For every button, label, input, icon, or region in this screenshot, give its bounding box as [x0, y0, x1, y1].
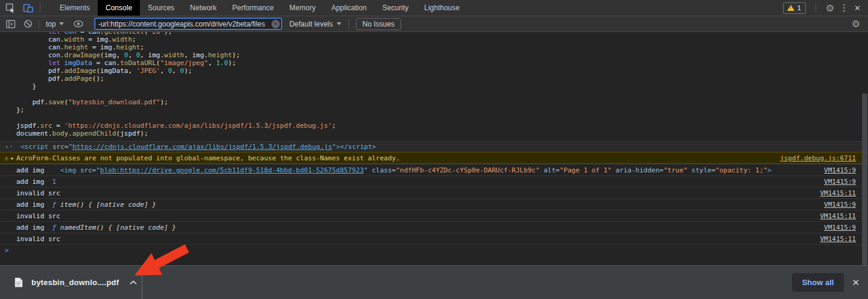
console-source-link[interactable]: jspdf.debug.js:6711	[780, 154, 856, 162]
console-settings-icon[interactable]: ⚙	[852, 18, 860, 30]
console-message: AcroForm-Classes are not populated into …	[16, 154, 773, 162]
log-levels-label: Default levels	[290, 20, 333, 28]
warning-count: 1	[797, 4, 801, 11]
tab-lighthouse[interactable]: Lighthouse	[416, 0, 467, 16]
toolbar-right-controls: 1 ⚙ ⋮ ✕	[783, 2, 868, 14]
code-line: pdf.addImage(imgData, 'JPEG', 0, 0);	[16, 67, 868, 75]
console-log-row: add img ƒ namedItem() { [native code] }V…	[0, 221, 868, 233]
code-line: pdf.save("bytesbin_download.pdf");	[16, 98, 868, 106]
live-expression-eye-icon[interactable]	[73, 20, 84, 28]
warning-icon: ⚠	[4, 154, 8, 162]
console-message: invalid src	[16, 189, 813, 197]
console-prompt-row[interactable]: >	[0, 244, 868, 256]
console-message: add img ƒ item() { [native code] }	[16, 201, 817, 209]
panel-tabs: ElementsConsoleSourcesNetworkPerformance…	[52, 0, 467, 16]
code-line: let imgData = can.toDataURL("image/jpeg"…	[16, 59, 868, 67]
console-source-link[interactable]: VM1415:9	[824, 166, 856, 174]
clear-filter-icon[interactable]: ×	[271, 20, 280, 28]
toolbar-divider	[349, 19, 349, 29]
close-shelf-icon[interactable]: ✕	[852, 277, 860, 288]
console-log-row: add img ƒ item() { [native code] }VM1415…	[0, 198, 868, 210]
console-message: invalid src	[16, 212, 813, 220]
settings-icon[interactable]: ⚙	[826, 2, 834, 14]
tab-sources[interactable]: Sources	[140, 0, 182, 16]
more-menu-icon[interactable]: ⋮	[840, 2, 849, 13]
console-warning-row: ⚠▶AcroForm-Classes are not populated int…	[0, 152, 868, 164]
downloaded-filename: bytesbin_downlo....pdf	[31, 278, 119, 287]
code-line: };	[16, 106, 868, 114]
console-message: add img ƒ namedItem() { [native code] }	[16, 224, 817, 231]
returned-element-preview[interactable]: <script src="https://cdnjs.cloudflare.co…	[21, 143, 376, 151]
code-line: jspdf.src = 'https://cdnjs.cloudflare.co…	[16, 122, 868, 130]
tab-elements[interactable]: Elements	[52, 0, 98, 16]
console-source-link[interactable]: VM1415:11	[820, 235, 856, 243]
inspect-element-icon[interactable]	[5, 3, 16, 13]
console-source-link[interactable]: VM1415:11	[820, 189, 856, 197]
show-all-downloads-button[interactable]: Show all	[792, 273, 844, 292]
console-toolbar: top × Default levels No Issues ⚙	[0, 16, 868, 32]
chevron-down-icon	[337, 22, 341, 25]
code-line: can.width = img.width;	[16, 36, 868, 43]
device-toolbar-icon[interactable]	[23, 3, 34, 13]
devtools-main-toolbar: ElementsConsoleSourcesNetworkPerformance…	[0, 0, 868, 16]
console-message: add img 1	[16, 178, 817, 186]
console-log-row: invalid srcVM1415:11	[0, 210, 868, 221]
evaluated-code-block: let con = can.getContext('2d'); can.widt…	[0, 32, 868, 137]
clear-console-icon[interactable]	[24, 19, 33, 28]
console-log-row: invalid srcVM1415:11	[0, 187, 868, 198]
toolbar-divider	[40, 3, 40, 13]
downloaded-file-item[interactable]: bytesbin_downlo....pdf	[0, 266, 142, 299]
chevron-down-icon	[59, 22, 64, 25]
console-filter-box: ×	[95, 18, 282, 30]
issues-warning-badge[interactable]: 1	[783, 2, 806, 14]
toolbar-divider	[816, 3, 816, 13]
download-shelf: bytesbin_downlo....pdf Show all ✕	[0, 265, 868, 299]
tab-application[interactable]: Application	[323, 0, 375, 16]
tab-network[interactable]: Network	[182, 0, 224, 16]
console-result-row: ‹· <script src="https://cdnjs.cloudflare…	[0, 141, 868, 152]
tab-security[interactable]: Security	[375, 0, 416, 16]
download-options-chevron-icon[interactable]	[128, 280, 138, 285]
console-source-link[interactable]: VM1415:11	[820, 212, 856, 220]
tab-console[interactable]: Console	[98, 0, 140, 16]
console-source-link[interactable]: VM1415:9	[824, 224, 856, 231]
console-sidebar-icon[interactable]	[6, 20, 16, 28]
context-label: top	[46, 20, 56, 28]
code-line: pdf.addPage();	[16, 75, 868, 83]
code-line	[16, 114, 868, 122]
log-levels-dropdown[interactable]: Default levels	[290, 20, 341, 28]
expand-triangle-icon[interactable]: ▶	[11, 156, 14, 161]
pdf-file-icon	[14, 277, 23, 288]
console-log-row: add img <img src="blob:https://drive.goo…	[0, 164, 868, 175]
return-value-marker-icon: ‹·	[5, 143, 21, 151]
warning-triangle-icon	[787, 5, 794, 11]
tab-performance[interactable]: Performance	[224, 0, 282, 16]
code-line	[16, 90, 868, 98]
close-devtools-icon[interactable]: ✕	[854, 4, 861, 13]
console-source-link[interactable]: VM1415:9	[824, 201, 856, 209]
prompt-chevron-icon: >	[5, 247, 9, 254]
console-message: invalid src	[16, 235, 813, 243]
code-line: }	[16, 83, 868, 90]
vertical-scrollbar-thumb[interactable]	[862, 93, 867, 265]
tab-memory[interactable]: Memory	[282, 0, 323, 16]
console-output-area[interactable]: let con = can.getContext('2d'); can.widt…	[0, 32, 868, 265]
console-source-link[interactable]: VM1415:9	[824, 178, 856, 186]
devtools-window: ElementsConsoleSourcesNetworkPerformance…	[0, 0, 868, 299]
no-issues-button[interactable]: No Issues	[356, 18, 401, 30]
console-messages: ⚠▶AcroForm-Classes are not populated int…	[0, 152, 868, 244]
context-selector[interactable]: top	[46, 20, 64, 28]
console-message: add img <img src="blob:https://drive.goo…	[16, 166, 817, 174]
code-line: document.body.appendChild(jspdf);	[16, 130, 868, 137]
console-log-row: invalid srcVM1415:11	[0, 233, 868, 244]
code-line: con.drawImage(img, 0, 0, img.width, img.…	[16, 51, 868, 59]
code-line: can.height = img.height;	[16, 43, 868, 51]
toolbar-divider	[39, 19, 39, 29]
console-filter-input[interactable]	[95, 19, 281, 29]
console-log-row: add img 1VM1415:9	[0, 175, 868, 187]
